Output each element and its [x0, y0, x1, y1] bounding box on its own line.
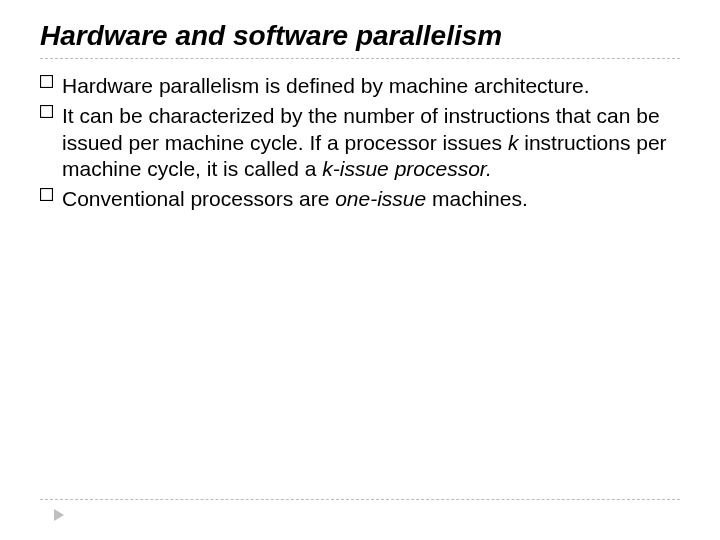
svg-rect-2 [41, 189, 53, 201]
bullet-item: Conventional processors are one-issue ma… [40, 186, 680, 212]
bullet-text: parallelism is defined by machine archit… [153, 74, 590, 97]
square-bullet-icon [40, 75, 53, 88]
bullet-item: It can be characterized by the number of… [40, 103, 680, 182]
square-bullet-icon [40, 188, 53, 201]
title-divider [40, 58, 680, 59]
italic-variable: k [508, 131, 519, 154]
footer-divider [40, 499, 680, 500]
bullet-text: processors are [185, 187, 336, 210]
square-bullet-icon [40, 105, 53, 118]
bullet-lead: Conventional [62, 187, 185, 210]
bullet-lead: It [62, 104, 74, 127]
italic-term: one-issue [335, 187, 426, 210]
bullet-lead: Hardware [62, 74, 153, 97]
svg-marker-3 [54, 509, 64, 521]
slide-title: Hardware and software parallelism [40, 20, 680, 52]
svg-rect-0 [41, 76, 53, 88]
slide-body: Hardware parallelism is defined by machi… [40, 73, 680, 212]
triangle-right-icon [52, 508, 66, 522]
bullet-item: Hardware parallelism is defined by machi… [40, 73, 680, 99]
svg-rect-1 [41, 106, 53, 118]
italic-term: k-issue processor. [322, 157, 492, 180]
bullet-text: machines. [426, 187, 528, 210]
slide: Hardware and software parallelism Hardwa… [0, 0, 720, 540]
